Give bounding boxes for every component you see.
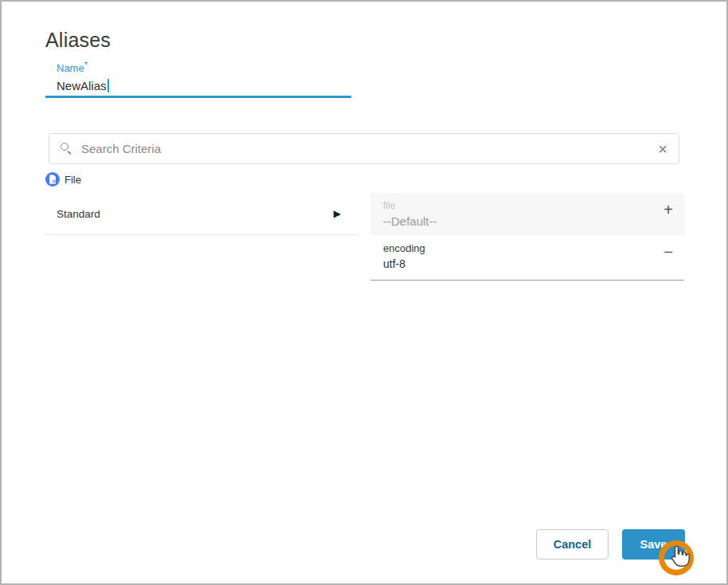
criteria-type-chip: File — [45, 172, 81, 186]
field-label: file — [383, 200, 437, 211]
criteria-fields-panel: file --Default-- + encoding utf-8 − — [370, 193, 684, 281]
criteria-field-encoding[interactable]: encoding utf-8 − — [370, 235, 684, 281]
search-icon — [61, 143, 72, 155]
cancel-button[interactable]: Cancel — [536, 529, 609, 559]
text-caret — [108, 79, 109, 92]
name-input-value: NewAlias — [57, 79, 107, 92]
chevron-right-icon[interactable]: ▶ — [334, 209, 341, 218]
aliases-dialog: Aliases Name* NewAlias × File Standard ▶… — [0, 0, 728, 585]
name-input[interactable]: NewAlias — [57, 77, 109, 93]
name-input-underline — [45, 96, 351, 98]
dialog-footer: Cancel Save — [2, 529, 685, 559]
tree-item-standard[interactable]: Standard ▶ — [45, 193, 358, 235]
name-field-label: Name* — [57, 60, 88, 74]
tree-item-label: Standard — [57, 208, 100, 220]
remove-icon[interactable]: − — [663, 242, 673, 260]
clear-search-icon[interactable]: × — [656, 141, 669, 157]
search-input[interactable] — [81, 142, 656, 155]
field-value: --Default-- — [383, 214, 437, 228]
field-label: encoding — [383, 242, 425, 254]
page-title: Aliases — [45, 29, 111, 52]
save-button[interactable]: Save — [622, 529, 685, 559]
criteria-type-label: File — [65, 174, 81, 186]
field-value: utf-8 — [383, 257, 425, 270]
search-criteria-box[interactable]: × — [49, 133, 679, 164]
required-marker: * — [84, 60, 88, 69]
criteria-field-file[interactable]: file --Default-- + — [370, 193, 684, 235]
add-icon[interactable]: + — [663, 200, 673, 218]
file-icon — [45, 172, 60, 186]
